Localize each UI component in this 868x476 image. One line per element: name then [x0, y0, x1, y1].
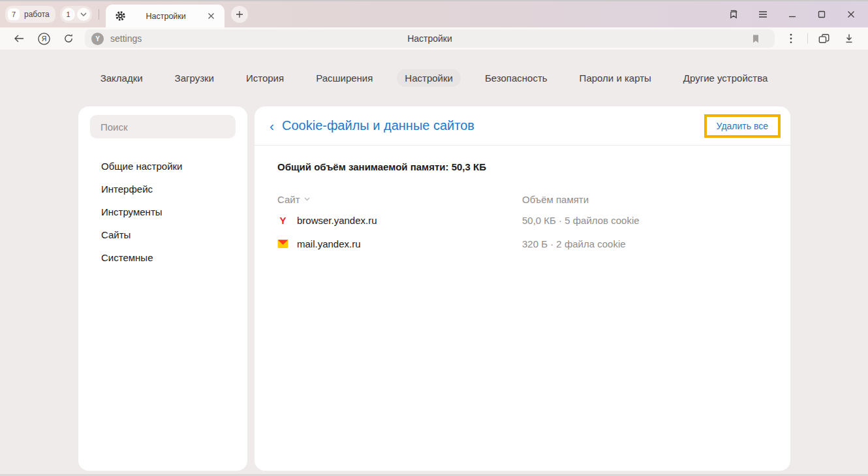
toolbar-divider [807, 33, 808, 44]
column-size: Объём памяти [522, 194, 767, 205]
back-icon[interactable] [12, 31, 26, 46]
tab-close-icon[interactable] [205, 10, 218, 23]
table-row[interactable]: Y browser.yandex.ru 50,0 КБ · 5 файлов c… [277, 208, 767, 232]
maximize-icon[interactable] [815, 8, 828, 21]
sidebar-panel-icon[interactable] [727, 8, 740, 21]
nav-bookmarks[interactable]: Закладки [93, 69, 151, 87]
tab-strip: 7 работа 1 Настройки [0, 0, 868, 27]
address-bar[interactable]: Y settings Настройки [85, 29, 775, 48]
tab-group-name: работа [24, 10, 50, 19]
active-tab[interactable]: Настройки [106, 5, 225, 27]
yandex-browser-favicon: Y [277, 215, 288, 226]
new-tab-button[interactable] [231, 6, 248, 23]
nav-passwords[interactable]: Пароли и карты [572, 69, 659, 87]
collapsed-tabs-pill[interactable]: 1 [60, 6, 92, 23]
active-tab-title: Настройки [127, 12, 205, 21]
tab-group-count: 7 [8, 8, 20, 20]
gear-icon [114, 10, 127, 23]
site-domain: mail.yandex.ru [297, 238, 361, 249]
page-title: Cookie-файлы и данные сайтов [282, 118, 474, 133]
refresh-icon[interactable] [61, 31, 76, 46]
chevron-down-icon[interactable] [77, 8, 90, 21]
toolbar: Я Y settings Настройки [0, 27, 868, 50]
collapsed-tabs-count: 1 [62, 8, 75, 21]
site-badge-icon[interactable]: Y [91, 33, 104, 45]
nav-settings[interactable]: Настройки [397, 69, 461, 87]
tab-group-pill[interactable]: 7 работа [5, 6, 55, 23]
downloads-icon[interactable] [842, 31, 856, 46]
nav-history[interactable]: История [238, 69, 292, 87]
sidebar-item-general[interactable]: Общие настройки [90, 155, 236, 178]
site-domain: browser.yandex.ru [297, 215, 377, 226]
column-site[interactable]: Сайт [277, 194, 522, 205]
nav-downloads[interactable]: Загрузки [167, 69, 222, 87]
settings-nav: Закладки Загрузки История Расширения Нас… [0, 68, 868, 87]
site-size: 320 Б · 2 файла cookie [522, 238, 767, 249]
panel-header: ‹ Cookie-файлы и данные сайтов Удалить в… [255, 106, 790, 145]
tab-strip-divider [99, 9, 99, 20]
back-chevron-icon[interactable]: ‹ [270, 119, 274, 133]
sort-chevron-icon [304, 197, 310, 201]
address-page-title: Настройки [85, 33, 775, 44]
header-divider [255, 145, 790, 146]
kebab-menu-icon[interactable] [784, 31, 798, 46]
url-text: settings [110, 33, 142, 44]
browser-window: 7 работа 1 Настройки [0, 0, 868, 476]
minimize-icon[interactable] [786, 8, 799, 21]
nav-security[interactable]: Безопасность [477, 69, 555, 87]
delete-all-button[interactable]: Удалить все [717, 121, 768, 131]
site-size: 50,0 КБ · 5 файлов cookie [522, 215, 767, 226]
cookies-panel: ‹ Cookie-файлы и данные сайтов Удалить в… [255, 106, 790, 471]
sidebar-item-interface[interactable]: Интерфейс [90, 178, 236, 200]
svg-text:Я: Я [41, 35, 46, 42]
sidebar-list: Общие настройки Интерфейс Инструменты Са… [90, 155, 236, 269]
yandex-mail-favicon [277, 238, 288, 249]
bookmark-icon[interactable] [749, 31, 763, 46]
close-window-icon[interactable] [845, 8, 858, 21]
delete-all-highlight[interactable]: Удалить все [704, 114, 781, 138]
tab-groups-icon[interactable] [817, 31, 831, 46]
menu-icon[interactable] [756, 8, 769, 21]
sidebar-item-system[interactable]: Системные [90, 246, 236, 269]
nav-other-devices[interactable]: Другие устройства [675, 69, 775, 87]
table-header-row: Сайт Объём памяти [277, 190, 767, 208]
table-row[interactable]: mail.yandex.ru 320 Б · 2 файла cookie [277, 232, 767, 255]
settings-sidebar: Общие настройки Интерфейс Инструменты Са… [78, 106, 247, 471]
nav-extensions[interactable]: Расширения [308, 69, 380, 87]
total-memory-label: Общий объём занимаемой памяти: 50,3 КБ [277, 161, 767, 172]
sidebar-item-tools[interactable]: Инструменты [90, 200, 236, 223]
cookies-table: Сайт Объём памяти Y browser.yandex.ru 50… [277, 190, 767, 255]
yandex-logo-icon[interactable]: Я [37, 31, 51, 46]
sidebar-item-sites[interactable]: Сайты [90, 223, 236, 246]
search-input[interactable] [90, 115, 236, 138]
